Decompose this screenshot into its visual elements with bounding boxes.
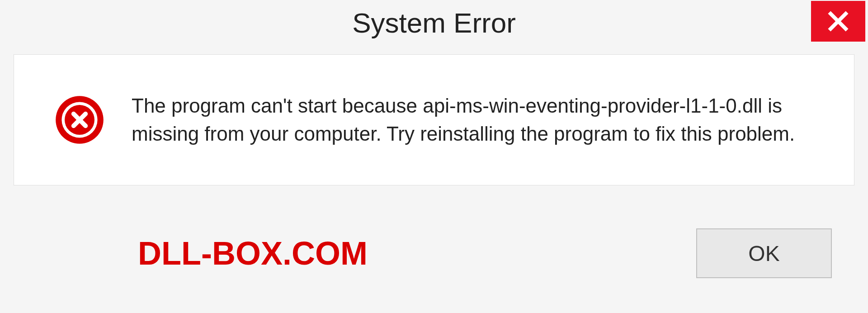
watermark-text: DLL-BOX.COM xyxy=(138,235,368,272)
close-button[interactable] xyxy=(811,1,865,42)
close-icon xyxy=(827,10,849,33)
error-message: The program can't start because api-ms-w… xyxy=(132,92,827,147)
dialog-title: System Error xyxy=(352,7,516,39)
dialog-footer: DLL-BOX.COM OK xyxy=(14,199,854,308)
titlebar: System Error xyxy=(0,0,868,54)
ok-button[interactable]: OK xyxy=(696,228,832,278)
dialog-content: The program can't start because api-ms-w… xyxy=(14,54,854,185)
error-icon xyxy=(55,95,104,145)
